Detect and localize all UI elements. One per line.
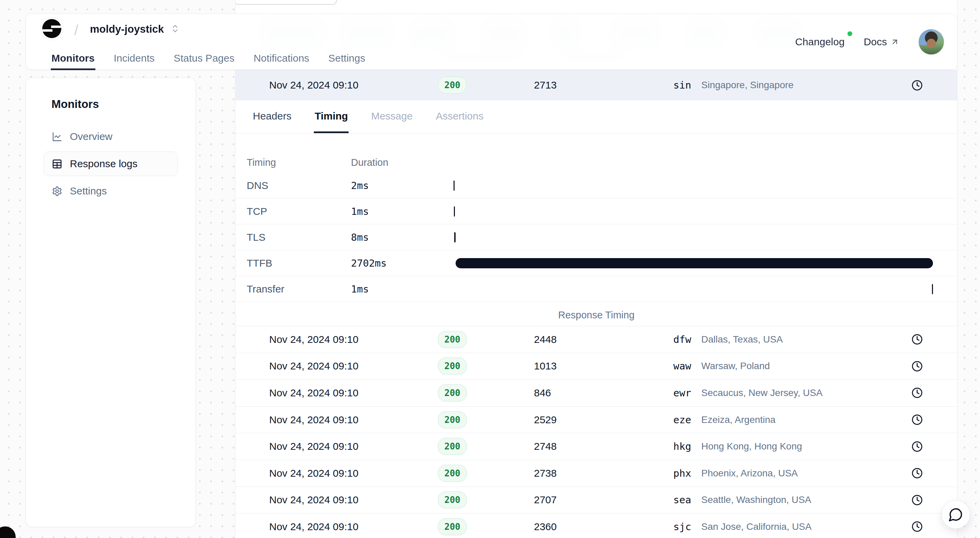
- response-logs-table: Nov 24, 2024 09:10 200 2713 sin Singapor…: [235, 0, 958, 538]
- log-row[interactable]: Nov 24, 2024 09:10 200 2448 dfw Dallas, …: [235, 326, 957, 353]
- log-region-location: Phoenix, Arizona, USA: [701, 468, 912, 479]
- sidebar-item-response-logs[interactable]: Response logs: [44, 152, 178, 176]
- log-region-code: dfw: [673, 334, 701, 345]
- log-region-location: San Jose, California, USA: [701, 521, 912, 532]
- chevrons-up-down-icon[interactable]: [170, 24, 180, 33]
- openstatus-logo[interactable]: [40, 17, 64, 40]
- timing-bar-tls: [454, 232, 456, 243]
- status-code-badge: 200: [438, 518, 467, 535]
- line-chart-icon: [52, 132, 62, 142]
- clock-icon[interactable]: [912, 360, 923, 372]
- sidebar-title: Monitors: [44, 98, 178, 111]
- log-timestamp: Nov 24, 2024 09:10: [269, 468, 438, 479]
- log-region-location: Secaucus, New Jersey, USA: [701, 387, 912, 398]
- status-code-badge: 200: [438, 491, 467, 508]
- log-row[interactable]: Nov 24, 2024 09:10 200 2748 hkg Hong Kon…: [235, 433, 957, 460]
- timing-bar-ttfb: [456, 258, 933, 268]
- log-region-code: sin: [673, 79, 701, 91]
- clock-icon[interactable]: [912, 414, 923, 425]
- clock-icon[interactable]: [912, 494, 923, 506]
- message-circle-icon: [948, 507, 963, 522]
- clock-icon[interactable]: [912, 334, 923, 345]
- log-detail-panel: Headers Timing Message Assertions Timing…: [235, 100, 957, 326]
- nav-tab-monitors[interactable]: Monitors: [51, 48, 95, 70]
- log-timestamp: Nov 24, 2024 09:10: [269, 79, 438, 91]
- support-chat-button[interactable]: [942, 500, 970, 529]
- log-row[interactable]: Nov 24, 2024 09:10 200 846 ewr Secaucus,…: [235, 380, 957, 406]
- log-region-code: ewr: [673, 387, 701, 399]
- duration-column-label: Duration: [351, 157, 453, 168]
- log-timestamp: Nov 24, 2024 09:10: [269, 414, 438, 425]
- status-code-badge: 200: [438, 438, 467, 455]
- timing-row-dns: DNS 2ms: [235, 173, 957, 198]
- breadcrumb-separator: /: [74, 22, 78, 38]
- log-timestamp: Nov 24, 2024 09:10: [269, 360, 438, 372]
- response-timing-caption: Response Timing: [235, 309, 957, 321]
- log-latency: 2529: [534, 414, 673, 425]
- log-latency: 2738: [534, 468, 673, 479]
- nav-tab-status-pages[interactable]: Status Pages: [173, 48, 235, 70]
- log-rows-list: Nov 24, 2024 09:10 200 2448 dfw Dallas, …: [235, 326, 957, 538]
- tab-headers[interactable]: Headers: [252, 100, 292, 133]
- log-region-code: sea: [673, 494, 701, 506]
- log-region-location: Singapore, Singapore: [701, 80, 912, 90]
- log-region-code: eze: [673, 414, 701, 425]
- tab-message: Message: [371, 100, 413, 133]
- log-latency: 2707: [534, 494, 673, 506]
- user-avatar[interactable]: [918, 29, 944, 55]
- timing-row-tcp: TCP 1ms: [235, 198, 957, 224]
- log-region-location: Seattle, Washington, USA: [701, 494, 912, 505]
- log-latency: 2713: [534, 79, 673, 91]
- log-timestamp: Nov 24, 2024 09:10: [269, 441, 438, 452]
- workspace-switcher[interactable]: moldy-joystick: [90, 23, 164, 35]
- log-row[interactable]: Nov 24, 2024 09:10 200 1013 waw Warsaw, …: [235, 353, 957, 380]
- nav-tab-settings[interactable]: Settings: [328, 48, 366, 70]
- clock-icon[interactable]: [912, 521, 923, 532]
- timing-table-header: Timing Duration: [235, 152, 957, 173]
- dev-indicator: [0, 527, 16, 538]
- log-row[interactable]: Nov 24, 2024 09:10 200 2360 sjc San Jose…: [235, 514, 957, 538]
- clock-icon[interactable]: [912, 80, 923, 91]
- timing-row-ttfb: TTFB 2702ms: [235, 250, 957, 276]
- header-actions: Changelog Docs: [795, 14, 944, 70]
- log-latency: 1013: [534, 360, 673, 372]
- log-region-location: Warsaw, Poland: [701, 360, 912, 371]
- log-region-code: sjc: [673, 521, 701, 533]
- timing-bar-transfer: [932, 284, 933, 294]
- timing-bar-dns: [453, 181, 455, 191]
- tab-timing[interactable]: Timing: [314, 100, 348, 133]
- monitor-sidebar: Monitors Overview Response logs Settings: [25, 78, 196, 527]
- log-row[interactable]: Nov 24, 2024 09:10 200 2738 phx Phoenix,…: [235, 460, 957, 487]
- scrolled-card-edge: [235, 0, 337, 5]
- log-timestamp: Nov 24, 2024 09:10: [269, 521, 438, 533]
- logo-s-glyph: [42, 19, 61, 38]
- status-code-badge: 200: [438, 331, 467, 348]
- nav-tab-notifications[interactable]: Notifications: [253, 48, 310, 70]
- log-row[interactable]: Nov 24, 2024 09:10 200 2707 sea Seattle,…: [235, 487, 957, 514]
- log-region-code: phx: [673, 468, 701, 479]
- clock-icon[interactable]: [912, 468, 923, 479]
- changelog-link[interactable]: Changelog: [795, 36, 845, 48]
- log-region-code: waw: [673, 360, 701, 372]
- status-code-badge: 200: [438, 77, 467, 94]
- log-row[interactable]: Nov 24, 2024 09:10 200 2529 eze Ezeiza, …: [235, 406, 957, 433]
- status-code-badge: 200: [438, 465, 467, 482]
- gear-icon: [52, 186, 62, 197]
- log-region-location: Dallas, Texas, USA: [701, 334, 912, 345]
- docs-link[interactable]: Docs: [864, 36, 899, 48]
- status-code-badge: 200: [438, 411, 467, 428]
- sidebar-item-overview[interactable]: Overview: [44, 124, 178, 149]
- tab-assertions: Assertions: [435, 100, 484, 133]
- log-timestamp: Nov 24, 2024 09:10: [269, 387, 438, 399]
- log-latency: 2360: [534, 521, 673, 533]
- changelog-unread-dot: [848, 31, 852, 36]
- log-row-selected[interactable]: Nov 24, 2024 09:10 200 2713 sin Singapor…: [235, 70, 957, 100]
- sidebar-item-settings[interactable]: Settings: [44, 179, 178, 203]
- timing-row-transfer: Transfer 1ms: [235, 276, 957, 302]
- nav-tab-incidents[interactable]: Incidents: [113, 48, 155, 70]
- clock-icon[interactable]: [912, 441, 923, 452]
- clock-icon[interactable]: [912, 387, 923, 398]
- log-latency: 2748: [534, 441, 673, 452]
- log-region-code: hkg: [673, 441, 701, 452]
- log-latency: 846: [534, 387, 673, 399]
